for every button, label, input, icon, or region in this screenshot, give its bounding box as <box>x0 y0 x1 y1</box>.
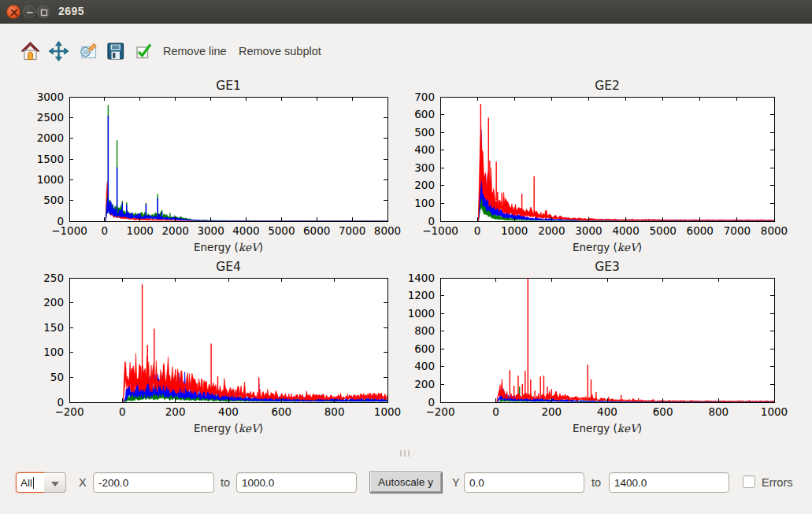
window-title: 2695 <box>58 5 84 17</box>
svg-text:400: 400 <box>218 405 239 418</box>
svg-text:800: 800 <box>324 405 345 418</box>
apply-button[interactable] <box>133 40 154 62</box>
edit-plot-button[interactable] <box>77 40 98 62</box>
pan-icon <box>48 40 69 62</box>
x-axis-label: Energy (keV) <box>194 241 263 253</box>
svg-text:7000: 7000 <box>724 224 751 237</box>
svg-text:0: 0 <box>492 405 499 418</box>
plot-canvas-ge2: −100001000200030004000500060007000800001… <box>408 75 808 256</box>
svg-text:8000: 8000 <box>374 224 401 237</box>
svg-text:300: 300 <box>414 161 435 174</box>
x-axis-label: Energy (keV) <box>194 422 263 434</box>
x-axis-label: Energy (keV) <box>573 241 642 253</box>
svg-text:0: 0 <box>57 215 64 227</box>
errors-label[interactable]: Errors <box>762 476 792 489</box>
close-icon <box>7 6 21 20</box>
y-max-input[interactable] <box>609 472 729 493</box>
svg-text:3000: 3000 <box>37 91 64 103</box>
axes-background <box>69 278 387 402</box>
svg-text:3000: 3000 <box>575 224 602 237</box>
svg-text:100: 100 <box>43 346 64 358</box>
save-button[interactable] <box>105 40 126 62</box>
svg-text:600: 600 <box>414 342 435 355</box>
plot-title: GE2 <box>595 79 620 93</box>
subplot-ge1[interactable]: −100001000200030004000500060007000800005… <box>8 75 406 256</box>
pan-button[interactable] <box>48 40 69 62</box>
svg-text:400: 400 <box>414 360 435 372</box>
svg-text:2000: 2000 <box>37 131 64 144</box>
svg-text:7000: 7000 <box>339 224 365 237</box>
plot-canvas-ge3: −200020040060080010000200400600800100012… <box>408 256 808 437</box>
svg-text:800: 800 <box>414 324 435 337</box>
svg-text:250: 250 <box>43 272 64 284</box>
svg-text:150: 150 <box>43 321 64 334</box>
svg-text:8000: 8000 <box>761 224 788 237</box>
svg-text:1000: 1000 <box>501 224 528 237</box>
svg-text:1400: 1400 <box>408 272 435 284</box>
remove-subplot-button[interactable]: Remove subplot <box>239 45 321 57</box>
svg-text:600: 600 <box>414 108 435 120</box>
svg-text:1000: 1000 <box>408 307 435 320</box>
plot-title: GE1 <box>216 79 241 93</box>
x-min-input[interactable] <box>93 472 214 493</box>
plot-canvas-ge1: −100001000200030004000500060007000800005… <box>8 75 406 256</box>
svg-text:100: 100 <box>414 197 435 209</box>
maximize-button[interactable] <box>37 6 50 18</box>
x-axis-label: Energy (keV) <box>573 422 642 434</box>
svg-text:700: 700 <box>414 91 435 103</box>
svg-text:4000: 4000 <box>612 224 639 237</box>
svg-text:800: 800 <box>708 405 729 418</box>
svg-text:1000: 1000 <box>127 224 154 237</box>
svg-text:1000: 1000 <box>761 405 788 418</box>
svg-text:400: 400 <box>597 405 617 418</box>
x-to-label: to <box>221 476 230 489</box>
autoscale-y-button[interactable]: Autoscale y <box>369 471 442 493</box>
plot-canvas-ge4: −20002004006008001000050100150200250GE4E… <box>8 256 406 437</box>
home-button[interactable] <box>20 40 41 62</box>
svg-text:500: 500 <box>414 126 435 139</box>
svg-text:2000: 2000 <box>538 224 565 237</box>
svg-text:3000: 3000 <box>197 224 224 237</box>
line-selector-value: All <box>20 477 32 489</box>
subplot-ge2[interactable]: −100001000200030004000500060007000800001… <box>408 75 808 256</box>
svg-text:50: 50 <box>50 371 64 383</box>
y-min-input[interactable] <box>464 472 584 493</box>
svg-text:2000: 2000 <box>161 224 188 237</box>
close-button[interactable] <box>6 5 20 19</box>
svg-text:0: 0 <box>428 396 435 409</box>
y-range-label: Y <box>452 476 460 489</box>
x-max-input[interactable] <box>236 472 357 493</box>
svg-text:4000: 4000 <box>232 224 259 237</box>
svg-text:0: 0 <box>102 224 109 237</box>
x-range-label: X <box>79 476 87 489</box>
svg-text:600: 600 <box>653 405 673 418</box>
svg-text:200: 200 <box>541 405 562 418</box>
subplot-ge3[interactable]: −200020040060080010000200400600800100012… <box>408 256 808 437</box>
svg-text:6000: 6000 <box>303 224 330 237</box>
subplot-ge4[interactable]: −20002004006008001000050100150200250GE4E… <box>8 256 406 437</box>
svg-text:1500: 1500 <box>37 153 64 165</box>
remove-line-button[interactable]: Remove line <box>163 45 227 57</box>
y-to-label: to <box>591 476 601 489</box>
line-selector-dropdown-button[interactable] <box>44 472 66 493</box>
svg-text:6000: 6000 <box>687 224 714 237</box>
sash-grip[interactable] <box>399 449 415 457</box>
svg-text:600: 600 <box>271 405 291 418</box>
titlebar[interactable]: 2695 <box>0 0 812 24</box>
svg-text:1200: 1200 <box>408 289 435 301</box>
plot-title: GE3 <box>595 260 620 274</box>
plot-title: GE4 <box>216 260 241 274</box>
axes-background <box>440 278 774 402</box>
svg-text:400: 400 <box>414 143 435 156</box>
app-window: 2695 <box>0 0 812 514</box>
text-caret <box>33 477 34 489</box>
svg-text:0: 0 <box>474 224 481 237</box>
svg-text:0: 0 <box>57 396 64 409</box>
minimize-button[interactable] <box>23 6 35 18</box>
svg-text:200: 200 <box>414 378 435 390</box>
line-selector-entry[interactable]: All <box>16 472 45 493</box>
svg-text:2500: 2500 <box>37 111 64 124</box>
svg-text:1000: 1000 <box>37 173 64 186</box>
errors-checkbox[interactable] <box>743 475 755 488</box>
apply-icon <box>133 40 154 62</box>
